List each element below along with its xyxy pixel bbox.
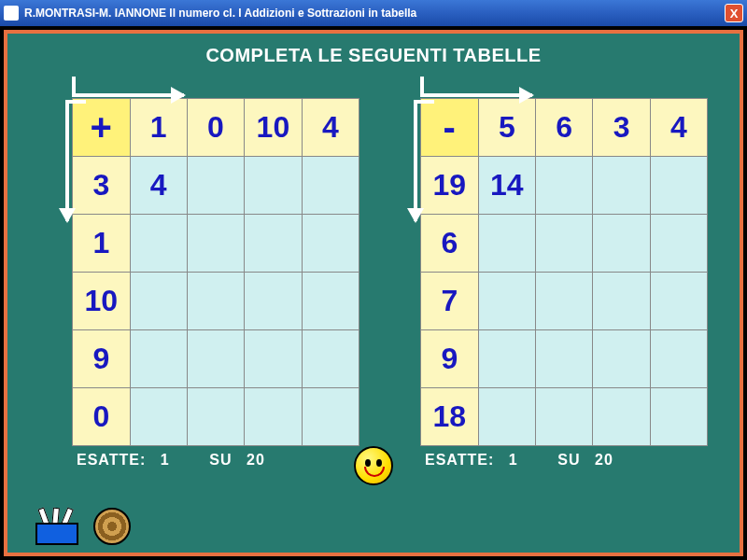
row-header: 7 <box>421 273 479 330</box>
status-addition: ESATTE: 1 SU 20 <box>39 452 359 469</box>
answer-cell[interactable] <box>130 273 187 330</box>
smiley-icon <box>354 446 393 485</box>
answer-cell[interactable] <box>245 330 303 388</box>
answer-cell[interactable] <box>130 388 187 446</box>
operator-cell: - <box>421 99 479 157</box>
answer-cell[interactable] <box>650 330 707 388</box>
arrow-down-icon <box>397 100 417 221</box>
answer-cell[interactable] <box>245 157 303 215</box>
row-header: 18 <box>421 388 479 446</box>
addition-table-wrap: + 1 0 10 4 3 4 <box>39 72 359 446</box>
row-header: 9 <box>73 330 131 388</box>
answer-cell[interactable] <box>245 273 303 330</box>
addition-table: + 1 0 10 4 3 4 <box>72 98 359 446</box>
answer-cell[interactable] <box>593 215 650 273</box>
answer-cell[interactable] <box>593 330 650 388</box>
answer-cell[interactable] <box>187 330 244 388</box>
arrow-down-icon <box>49 100 69 221</box>
answer-cell[interactable] <box>593 273 650 330</box>
col-header: 3 <box>593 99 650 157</box>
answer-cell[interactable] <box>650 157 707 215</box>
row-header: 10 <box>73 273 131 330</box>
answer-cell[interactable] <box>650 388 707 446</box>
answer-cell[interactable] <box>536 273 593 330</box>
close-button[interactable]: X <box>725 4 743 22</box>
row-header: 0 <box>73 388 131 446</box>
answer-cell[interactable] <box>650 215 707 273</box>
answer-cell[interactable] <box>130 330 187 388</box>
label-correct: ESATTE: <box>77 452 146 468</box>
chalk-cup-icon[interactable] <box>35 506 78 545</box>
answer-cell[interactable] <box>478 215 536 273</box>
label-of: SU <box>209 452 232 468</box>
answer-cell[interactable] <box>593 157 650 215</box>
col-header: 4 <box>302 99 359 157</box>
answer-cell[interactable] <box>187 157 244 215</box>
answer-cell[interactable] <box>593 388 650 446</box>
status-subtraction: ESATTE: 1 SU 20 <box>388 452 708 469</box>
arrow-right-icon <box>420 77 532 97</box>
answer-cell[interactable] <box>536 388 593 446</box>
answer-cell[interactable] <box>536 215 593 273</box>
subtraction-table: - 5 6 3 4 19 14 <box>420 98 708 446</box>
main-area: COMPLETA LE SEGUENTI TABELLE + 1 0 10 4 <box>11 37 736 549</box>
answer-cell[interactable] <box>245 388 303 446</box>
row-header: 9 <box>421 330 479 388</box>
col-header: 5 <box>478 99 536 157</box>
page-title: COMPLETA LE SEGUENTI TABELLE <box>39 45 708 66</box>
value-total: 20 <box>595 452 613 468</box>
operator-cell: + <box>73 99 131 157</box>
answer-cell[interactable] <box>187 273 244 330</box>
answer-cell[interactable] <box>302 215 359 273</box>
row-header: 3 <box>73 157 131 215</box>
answer-cell[interactable] <box>302 330 359 388</box>
label-correct: ESATTE: <box>425 452 494 468</box>
answer-cell[interactable] <box>478 273 536 330</box>
answer-cell[interactable]: 14 <box>478 157 536 215</box>
answer-cell[interactable] <box>187 215 244 273</box>
col-header: 0 <box>187 99 244 157</box>
answer-cell[interactable] <box>536 330 593 388</box>
answer-cell[interactable] <box>302 388 359 446</box>
row-header: 19 <box>421 157 479 215</box>
answer-cell[interactable]: 4 <box>130 157 187 215</box>
col-header: 1 <box>130 99 187 157</box>
answer-cell[interactable] <box>478 330 536 388</box>
titlebar: R.MONTRASI-M. IANNONE Il numero cl. I Ad… <box>0 0 747 26</box>
answer-cell[interactable] <box>536 157 593 215</box>
answer-cell[interactable] <box>187 388 244 446</box>
value-correct: 1 <box>161 452 170 468</box>
col-header: 4 <box>650 99 707 157</box>
value-total: 20 <box>247 452 265 468</box>
answer-cell[interactable] <box>650 273 707 330</box>
app-icon <box>4 6 19 21</box>
subtraction-table-wrap: - 5 6 3 4 19 14 <box>388 72 708 446</box>
row-header: 6 <box>421 215 479 273</box>
answer-cell[interactable] <box>478 388 536 446</box>
answer-cell[interactable] <box>302 157 359 215</box>
arrow-right-icon <box>72 77 184 97</box>
window-title: R.MONTRASI-M. IANNONE Il numero cl. I Ad… <box>24 7 725 20</box>
answer-cell[interactable] <box>302 273 359 330</box>
col-header: 6 <box>536 99 593 157</box>
row-header: 1 <box>73 215 131 273</box>
target-icon[interactable] <box>93 508 131 545</box>
col-header: 10 <box>245 99 303 157</box>
value-correct: 1 <box>509 452 518 468</box>
app-frame: COMPLETA LE SEGUENTI TABELLE + 1 0 10 4 <box>0 26 747 560</box>
label-of: SU <box>557 452 580 468</box>
answer-cell[interactable] <box>245 215 303 273</box>
answer-cell[interactable] <box>130 215 187 273</box>
